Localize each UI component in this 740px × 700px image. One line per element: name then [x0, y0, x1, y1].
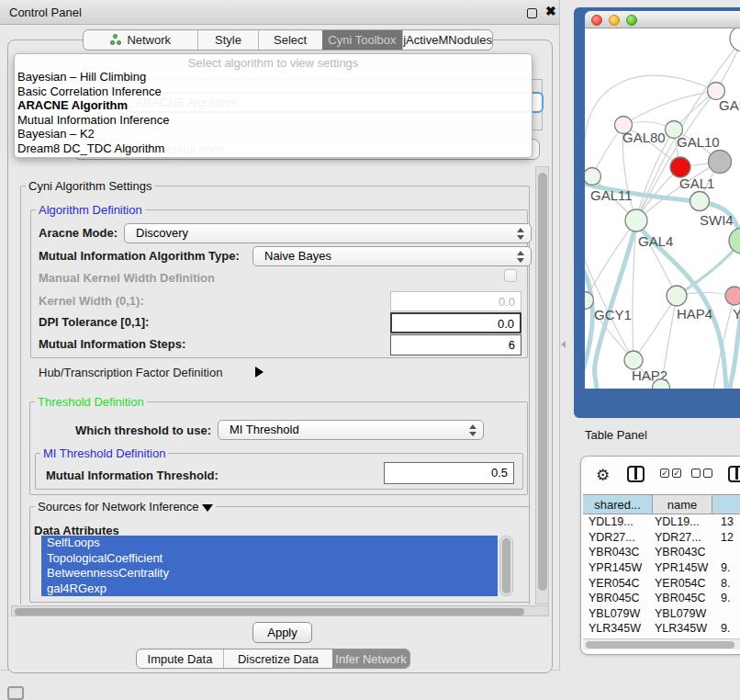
network-node[interactable] [729, 228, 740, 254]
column-browser-icon[interactable] [627, 466, 645, 482]
table-body: YDL19...YDL19...13YDR27...YDR27...12YBR0… [583, 514, 740, 637]
network-node[interactable] [690, 192, 710, 211]
attr-list-scrollbar[interactable] [499, 536, 513, 596]
tab-impute-data[interactable]: Impute Data [137, 649, 223, 668]
table-cell: 12 [712, 531, 740, 544]
tab-cyni-toolbox[interactable]: Cyni Toolbox [322, 30, 403, 50]
table-row[interactable]: YBL079WYBL079W [583, 606, 740, 622]
chevron-right-icon[interactable] [255, 367, 263, 378]
panel-divider-arrow-icon[interactable] [561, 341, 566, 348]
chevron-down-icon[interactable] [202, 504, 213, 512]
table-column-header[interactable]: shared... [583, 495, 653, 514]
show-columns-icon[interactable]: ✓✓ [660, 469, 681, 478]
tab-jactivemnodules[interactable]: jActiveMNodules [402, 30, 492, 50]
minimize-traffic-light-icon[interactable] [609, 15, 620, 26]
mi-steps-field[interactable]: 6 [390, 334, 521, 356]
network-node[interactable] [625, 209, 647, 231]
tab-discretize-data[interactable]: Discretize Data [223, 649, 332, 668]
network-node[interactable] [725, 287, 740, 305]
tab-infer-network[interactable]: Infer Network [332, 649, 409, 668]
network-canvas[interactable]: GALGAL80GAL10GAL1GAL11SWI4GAL4HAP4YGCY1H… [585, 28, 740, 389]
algorithm-dropdown-popup: Select algorithm to view settings Bayesi… [14, 53, 533, 158]
data-attributes-list: SelfLoopsTopologicalCoefficientBetweenne… [41, 536, 498, 596]
data-attribute-item[interactable]: gal4RGexp [41, 581, 498, 597]
table-column-header[interactable] [712, 495, 740, 514]
algorithm-option[interactable]: Mutual Information Inference [17, 113, 527, 128]
control-panel-window: Control Panel ✖ Inference Algorithm ARAC… [0, 0, 560, 671]
table-horizontal-scrollbar[interactable] [583, 638, 740, 649]
node-label: GAL10 [677, 134, 720, 150]
cyni-algorithm-settings-label: Cyni Algorithm Settings [26, 179, 154, 193]
network-node[interactable] [730, 28, 740, 51]
network-node[interactable] [624, 351, 643, 369]
settings-horizontal-scrollbar[interactable] [11, 605, 549, 616]
network-node[interactable] [585, 168, 601, 186]
close-icon[interactable]: ✖ [545, 4, 556, 18]
algorithm-option[interactable]: Dream8 DC_TDC Algorithm [17, 141, 527, 156]
table-cell: 13 [712, 515, 740, 528]
stepper-arrows-icon [517, 227, 524, 241]
algorithm-option[interactable]: ARACNE Algorithm [17, 98, 527, 113]
tab-label: Impute Data [148, 652, 213, 666]
mi-type-combobox[interactable]: Naive Bayes [252, 246, 532, 266]
table-cell: YBR043C [583, 546, 653, 559]
tab-network[interactable]: Network [84, 30, 197, 50]
tab-label: Select [274, 33, 307, 47]
data-attribute-item[interactable]: TopologicalCoefficient [41, 551, 498, 567]
network-node[interactable] [670, 157, 690, 177]
table-row[interactable]: YLR345WYLR345W9. [583, 621, 740, 637]
manual-kernel-label: Manual Kernel Width Definition [39, 271, 215, 285]
table-cell: 9. [712, 622, 740, 635]
aracne-mode-combobox[interactable]: Discovery [124, 223, 532, 243]
hide-columns-icon[interactable] [691, 469, 712, 478]
hub-definition-label: Hub/Transcription Factor Definition [39, 366, 222, 379]
network-node[interactable] [709, 151, 732, 174]
table-column-header[interactable]: name [653, 495, 712, 514]
manual-kernel-checkbox[interactable] [504, 269, 517, 282]
node-label: Y [733, 306, 740, 322]
table-cell: YER054C [653, 577, 712, 590]
tab-label: Cyni Toolbox [328, 33, 396, 47]
tab-style[interactable]: Style [197, 30, 257, 50]
network-icon [110, 34, 121, 46]
table-row[interactable]: YBR043CYBR043C [583, 545, 740, 560]
zoom-traffic-light-icon[interactable] [626, 15, 637, 26]
network-edge[interactable] [633, 296, 677, 360]
algorithm-option[interactable]: Bayesian – K2 [17, 127, 527, 141]
tab-select[interactable]: Select [258, 30, 322, 50]
algorithm-option[interactable]: Bayesian – Hill Climbing [17, 70, 527, 85]
node-table: shared...name YDL19...YDL19...13YDR27...… [583, 494, 740, 637]
dpi-tolerance-field[interactable]: 0.0 [390, 312, 521, 333]
network-edge[interactable] [585, 220, 636, 300]
algorithm-option[interactable]: Basic Correlation Inference [17, 85, 527, 99]
kernel-width-label: Kernel Width (0,1): [39, 294, 144, 308]
control-panel-tabbar: Network Style Select Cyni Toolbox jActiv… [83, 29, 493, 51]
close-traffic-light-icon[interactable] [591, 15, 602, 26]
float-window-icon[interactable] [527, 8, 537, 18]
mi-type-value: Naive Bayes [264, 249, 331, 263]
mi-threshold-field[interactable]: 0.5 [384, 462, 514, 484]
table-row[interactable]: YDR27...YDR27...12 [583, 530, 740, 546]
apply-button[interactable]: Apply [252, 622, 312, 643]
table-row[interactable]: YDL19...YDL19...13 [583, 514, 740, 530]
aracne-mode-value: Discovery [136, 226, 188, 240]
data-attribute-item[interactable]: BetweennessCentrality [41, 566, 498, 581]
which-threshold-combobox[interactable]: MI Threshold [218, 420, 484, 440]
dock-window-icon[interactable] [7, 686, 24, 700]
mi-steps-label: Mutual Information Steps: [39, 337, 185, 351]
which-threshold-label: Which threshold to use: [75, 423, 211, 437]
network-node[interactable] [667, 286, 687, 306]
table-options-icon[interactable] [728, 466, 740, 482]
settings-vertical-scrollbar[interactable] [535, 166, 549, 604]
network-edge[interactable] [585, 264, 592, 385]
table-row[interactable]: YBR045CYBR045C9. [583, 591, 740, 606]
control-panel-title: Control Panel [9, 6, 82, 19]
kernel-width-field[interactable]: 0.0 [390, 291, 521, 311]
node-label: GCY1 [594, 307, 632, 322]
hub-definition-toggle[interactable]: Hub/Transcription Factor Definition [39, 366, 222, 379]
mi-type-label: Mutual Information Algorithm Type: [39, 249, 240, 263]
gear-icon[interactable]: ⚙ [596, 466, 610, 485]
table-row[interactable]: YPR145WYPR145W9. [583, 560, 740, 576]
table-row[interactable]: YER054CYER054C8. [583, 575, 740, 591]
data-attribute-item[interactable]: SelfLoops [41, 536, 498, 551]
